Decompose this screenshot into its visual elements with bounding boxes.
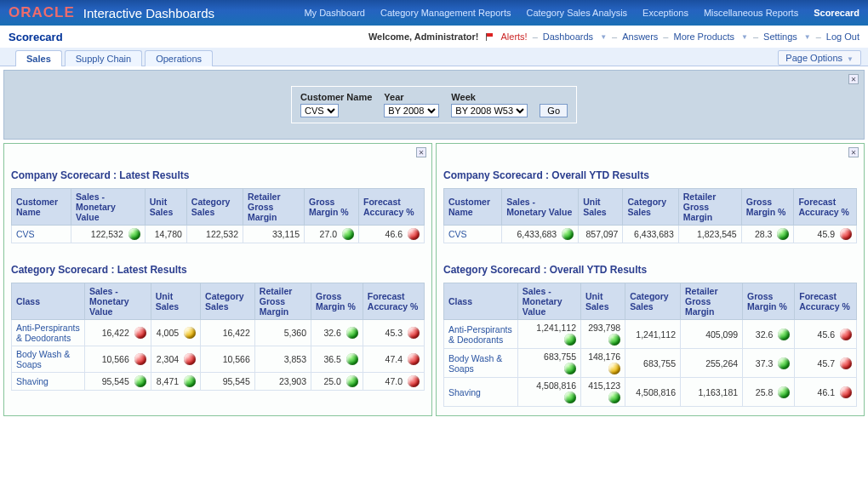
week-select[interactable]: BY 2008 W53 xyxy=(451,104,528,117)
status-indicator-icon xyxy=(128,228,140,240)
cell-smv: 4,508,816 xyxy=(517,378,580,407)
cell-rgm: 255,264 xyxy=(681,349,743,378)
collapse-toggle-icon[interactable]: ✕ xyxy=(848,74,859,84)
topnav-item[interactable]: Miscellaneous Reports xyxy=(704,8,798,18)
cell-customer: CVS xyxy=(12,226,71,243)
top-banner: ORACLE Interactive Dashboards My Dashboa… xyxy=(0,0,868,26)
col-header: Category Sales xyxy=(623,189,678,226)
tab-bar: SalesSupply ChainOperations Page Options… xyxy=(0,48,868,66)
dashboards-link[interactable]: Dashboards xyxy=(543,31,593,42)
top-nav: My DashboardCategory Management ReportsC… xyxy=(304,8,859,18)
cell-class[interactable]: Anti-Perspirants & Deodorants xyxy=(444,320,518,349)
status-indicator-icon xyxy=(346,353,358,365)
topnav-item[interactable]: Exceptions xyxy=(642,8,688,18)
col-header: Retailer Gross Margin xyxy=(678,189,741,226)
collapse-toggle-icon[interactable]: ✕ xyxy=(416,147,426,157)
sub-header: Scorecard Welcome, Administrator! Alerts… xyxy=(0,26,868,48)
cell-gmp: 32.6 xyxy=(743,320,795,349)
cell-unit: 415,123 xyxy=(581,378,625,407)
cell-class[interactable]: Body Wash & Soaps xyxy=(12,346,85,373)
cell-class[interactable]: Body Wash & Soaps xyxy=(444,349,518,378)
cell-unit: 293,798 xyxy=(581,320,625,349)
status-indicator-icon xyxy=(778,386,790,398)
table-row: CVS122,53214,780122,53233,11527.046.6 xyxy=(12,226,425,243)
cell-unit: 148,176 xyxy=(581,349,625,378)
col-header: Customer Name xyxy=(444,189,502,226)
col-header: Retailer Gross Margin xyxy=(254,283,311,320)
table-row: CVS6,433,683857,0976,433,6831,823,54528.… xyxy=(444,226,857,243)
cell-smv: 683,755 xyxy=(517,349,580,378)
cell-class[interactable]: Shaving xyxy=(12,373,85,391)
collapse-toggle-icon[interactable]: ✕ xyxy=(848,147,859,157)
status-indicator-icon xyxy=(608,363,620,374)
cell-customer: CVS xyxy=(444,226,502,243)
year-select[interactable]: BY 2008 xyxy=(384,104,439,117)
page-title: Scorecard xyxy=(9,31,63,43)
go-button[interactable]: Go xyxy=(540,104,568,117)
cell-rgm: 1,823,545 xyxy=(678,226,741,243)
more-products-link[interactable]: More Products xyxy=(673,31,734,42)
cell-fa: 45.6 xyxy=(795,320,857,349)
caret-icon: ▼ xyxy=(600,33,607,41)
topnav-item[interactable]: Category Management Reports xyxy=(380,8,511,18)
cell-class[interactable]: Anti-Perspirants & Deodorants xyxy=(12,320,85,346)
topnav-item[interactable]: Scorecard xyxy=(814,8,859,18)
col-header: Sales - Monetary Value xyxy=(71,189,146,226)
cell-rgm: 5,360 xyxy=(254,320,311,346)
section-title: Company Scorecard : Overall YTD Results xyxy=(443,169,857,181)
cell-gmp: 25.0 xyxy=(311,373,363,391)
cell-gmp: 32.6 xyxy=(311,320,363,346)
col-header: Sales - Monetary Value xyxy=(517,283,580,320)
cell-fa: 46.1 xyxy=(795,378,857,407)
cell-smv: 1,241,112 xyxy=(517,320,580,349)
app-title: Interactive Dashboards xyxy=(83,6,214,20)
cell-rgm: 405,099 xyxy=(681,320,743,349)
col-header: Unit Sales xyxy=(579,189,623,226)
col-header: Gross Margin % xyxy=(741,189,794,226)
section-title: Category Scorecard : Overall YTD Results xyxy=(443,264,857,276)
status-indicator-icon xyxy=(564,334,576,346)
settings-link[interactable]: Settings xyxy=(763,31,797,42)
table-row: Body Wash & Soaps10,5662,30410,5663,8533… xyxy=(12,346,425,373)
right-panel: ✕ Company Scorecard : Overall YTD Result… xyxy=(436,143,865,416)
customer-select[interactable]: CVS xyxy=(300,104,339,117)
page-options-button[interactable]: Page Options ▼ xyxy=(778,50,861,66)
tab-supply-chain[interactable]: Supply Chain xyxy=(65,50,142,66)
filter-label-week: Week xyxy=(451,92,476,104)
alerts-link[interactable]: Alerts! xyxy=(500,31,527,42)
status-indicator-icon xyxy=(608,334,620,346)
status-indicator-icon xyxy=(408,327,420,339)
status-indicator-icon xyxy=(778,357,790,369)
table-row: Shaving95,5458,47195,54523,90325.047.0 xyxy=(12,373,425,391)
topnav-item[interactable]: My Dashboard xyxy=(304,8,365,18)
table-row: Body Wash & Soaps683,755148,176683,75525… xyxy=(444,349,857,378)
status-indicator-icon xyxy=(134,327,146,339)
cell-cat: 95,545 xyxy=(201,373,255,391)
cell-fa: 46.6 xyxy=(359,226,425,243)
status-indicator-icon xyxy=(184,353,196,365)
status-indicator-icon xyxy=(408,228,420,240)
col-header: Class xyxy=(444,283,518,320)
cell-class[interactable]: Shaving xyxy=(444,378,518,407)
status-indicator-icon xyxy=(840,329,852,340)
cell-cat: 6,433,683 xyxy=(623,226,678,243)
category-scorecard-table: ClassSales - Monetary ValueUnit SalesCat… xyxy=(11,283,425,391)
company-scorecard-table: Customer NameSales - Monetary ValueUnit … xyxy=(443,188,857,243)
cell-gmp: 36.5 xyxy=(311,346,363,373)
topnav-item[interactable]: Category Sales Analysis xyxy=(526,8,627,18)
status-indicator-icon xyxy=(564,392,576,403)
tab-operations[interactable]: Operations xyxy=(145,50,213,66)
oracle-logo: ORACLE xyxy=(9,4,75,21)
cell-smv: 95,545 xyxy=(85,373,151,391)
tab-sales[interactable]: Sales xyxy=(15,50,62,66)
status-indicator-icon xyxy=(564,363,576,374)
cell-gmp: 27.0 xyxy=(305,226,359,243)
logout-link[interactable]: Log Out xyxy=(826,31,859,42)
category-scorecard-table: ClassSales - Monetary ValueUnit SalesCat… xyxy=(443,283,857,407)
cell-fa: 45.7 xyxy=(795,349,857,378)
table-row: Shaving4,508,816415,1234,508,8161,163,18… xyxy=(444,378,857,407)
status-indicator-icon xyxy=(777,228,789,240)
caret-icon: ▼ xyxy=(741,33,748,41)
answers-link[interactable]: Answers xyxy=(622,31,658,42)
col-header: Forecast Accuracy % xyxy=(359,189,425,226)
